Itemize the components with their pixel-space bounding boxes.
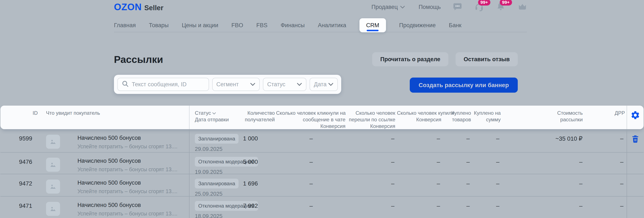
sum-value: – — [472, 153, 502, 174]
column-header-drr: ДРР — [586, 106, 626, 129]
status-dropdown-label: Статус — [267, 81, 285, 88]
row-status-cell: Отклонена модерацией 18.09.2025 — [189, 196, 230, 218]
link-clicks-value: – — [347, 174, 397, 196]
row-status-cell: Запланирована 25.09.2025 — [189, 174, 230, 196]
column-header-items: Купленотоваров — [443, 106, 472, 129]
tab-bank[interactable]: Банк — [449, 22, 461, 29]
chat-clicks-value: – — [276, 153, 347, 174]
search-box[interactable] — [117, 78, 209, 91]
mailing-subtitle: Успейте потратить – бонусы сгорят 13.... — [78, 166, 178, 172]
mailing-title: Начислено 500 бонусов — [78, 158, 178, 164]
notifications-button[interactable]: 99+ — [496, 2, 506, 12]
drr-value: – — [586, 153, 626, 174]
tab-crm-active[interactable]: CRM — [360, 18, 386, 32]
segment-dropdown[interactable]: Сегмент — [212, 78, 260, 91]
chevron-down-icon — [400, 4, 405, 11]
page-title: Рассылки — [114, 54, 163, 65]
date-dropdown[interactable]: Дата — [310, 78, 338, 91]
mailings-table: ID Что увидит покупатель Статус Дата отп… — [0, 106, 644, 218]
ozon-logo-text: OZON — [114, 2, 142, 12]
tab-glavnaya[interactable]: Главная — [114, 22, 136, 29]
search-icon — [122, 80, 129, 89]
delete-mailing-button[interactable] — [631, 134, 640, 144]
date-dropdown-label: Дата — [314, 81, 326, 88]
seller-menu-dropdown[interactable]: Продавец — [372, 4, 405, 11]
drr-value: – — [586, 196, 626, 218]
items-value: – — [443, 153, 472, 174]
row-preview-cell: Начислено 500 бонусов Успейте потратить … — [38, 174, 189, 196]
tab-fbo[interactable]: FBO — [232, 22, 244, 29]
gear-icon[interactable] — [630, 110, 640, 129]
support-count-badge: 99+ — [478, 0, 490, 6]
items-value: – — [443, 174, 472, 196]
tab-finansy[interactable]: Финансы — [281, 22, 305, 29]
chat-messages-button[interactable] — [452, 2, 462, 12]
row-preview-cell: Начислено 500 бонусов Успейте потратить … — [38, 129, 189, 152]
mailing-title: Начислено 500 бонусов — [78, 179, 178, 186]
recipients-value: 7 992 — [230, 196, 276, 218]
column-header-bought: Сколько человек купилиКонверсия — [397, 106, 443, 129]
sum-value: – — [472, 196, 502, 218]
cost-value: – — [502, 153, 586, 174]
tab-analitika[interactable]: Аналитика — [318, 22, 346, 29]
cost-value: – — [502, 174, 586, 196]
main-navigation: Главная Товары Цены и акции FBO FBS Фина… — [114, 18, 527, 32]
row-status-cell: Запланирована 29.09.2025 — [189, 129, 230, 152]
link-clicks-value: – — [347, 153, 397, 174]
chevron-down-icon — [297, 81, 302, 88]
mailing-subtitle: Успейте потратить – бонусы сгорят 13.... — [78, 210, 178, 217]
image-placeholder-icon — [46, 135, 60, 149]
tabs-divider — [114, 32, 527, 32]
chevron-down-icon — [250, 81, 256, 88]
sort-chevron-icon — [212, 110, 216, 116]
column-header-what: Что увидит покупатель — [38, 106, 189, 129]
send-date: 18.09.2025 — [195, 213, 230, 218]
sum-value: – — [472, 129, 502, 152]
table-row[interactable]: 9476 Начислено 500 бонусов Успейте потра… — [0, 153, 644, 174]
table-header-row: ID Что увидит покупатель Статус Дата отп… — [0, 106, 644, 129]
ozon-seller-logo[interactable]: OZON Seller — [114, 2, 164, 12]
column-header-cost: Стоимостьрассылки — [502, 106, 586, 129]
column-header-status[interactable]: Статус Дата отправки — [189, 106, 230, 129]
premium-button[interactable] — [518, 2, 527, 12]
table-row[interactable]: 9472 Начислено 500 бонусов Успейте потра… — [0, 174, 644, 196]
chat-clicks-value: – — [276, 196, 347, 218]
column-header-link-clicks: Сколько человекперешли по ссылкеКонверси… — [347, 106, 397, 129]
column-header-recipients: Количествополучателей — [230, 106, 276, 129]
bought-value: – — [397, 129, 443, 152]
bought-value: – — [397, 153, 443, 174]
row-status-cell: Отклонена модерацией 19.09.2025 — [189, 153, 230, 174]
table-row[interactable]: 9599 Начислено 500 бонусов Успейте потра… — [0, 129, 644, 153]
cost-value: ~35 010 ₽ — [502, 129, 586, 152]
create-mailing-button[interactable]: Создать рассылку или баннер — [410, 78, 518, 93]
tab-tovary[interactable]: Товары — [149, 22, 169, 29]
read-about-section-button[interactable]: Прочитать о разделе — [372, 52, 448, 66]
leave-feedback-button[interactable]: Оставить отзыв — [456, 52, 518, 66]
support-button[interactable]: 99+ — [474, 2, 484, 12]
bought-value: – — [397, 196, 443, 218]
crown-icon — [518, 2, 527, 12]
cost-value: – — [502, 196, 586, 218]
top-bar: OZON Seller Продавец Помощь 99+ — [114, 0, 527, 14]
items-value: – — [443, 129, 472, 152]
image-placeholder-icon — [46, 202, 60, 216]
status-dropdown[interactable]: Статус — [263, 78, 306, 91]
segment-dropdown-label: Сегмент — [216, 81, 239, 88]
topbar-right-group: Продавец Помощь 99+ 99+ — [372, 2, 527, 12]
tab-prodvizhenie[interactable]: Продвижение — [399, 22, 436, 29]
recipients-value: 1 000 — [230, 129, 276, 152]
mailing-title: Начислено 500 бонусов — [78, 202, 178, 208]
send-date: 25.09.2025 — [195, 190, 230, 197]
tab-fbs[interactable]: FBS — [256, 22, 268, 29]
tab-tseny-i-aktsii[interactable]: Цены и акции — [182, 22, 218, 29]
filters-panel: Сегмент Статус Дата — [114, 75, 341, 94]
column-header-sum: Куплено насумму — [472, 106, 502, 129]
row-id: 9471 — [0, 196, 38, 218]
table-row[interactable]: 9471 Начислено 500 бонусов Успейте потра… — [0, 196, 644, 218]
search-input[interactable] — [132, 81, 205, 88]
seller-menu-label: Продавец — [372, 4, 398, 11]
help-link[interactable]: Помощь — [419, 4, 441, 11]
row-preview-cell: Начислено 500 бонусов Успейте потратить … — [38, 196, 189, 218]
column-header-chat-clicks: Сколько человек кликнули насообщение в ч… — [276, 106, 347, 129]
chat-bubble-icon — [453, 2, 462, 12]
